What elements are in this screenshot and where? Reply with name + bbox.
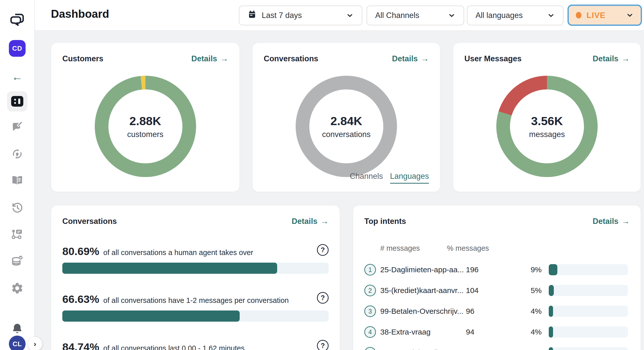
analytics-chart-icon (11, 96, 23, 107)
sidebar-item-data[interactable] (11, 254, 24, 267)
sidebar-item-flows[interactable] (11, 228, 24, 241)
sidebar-item-settings[interactable] (11, 282, 24, 295)
column-header-pct-messages: % messages (447, 244, 489, 252)
customers-details-link[interactable]: Details → (191, 54, 228, 63)
app-logo[interactable] (9, 12, 26, 28)
stat-description: of all conversations have 1-2 messages p… (103, 296, 289, 305)
stats-card-title: Conversations (62, 217, 117, 226)
top-intents-card: Top intents Details → # messages % messa… (353, 205, 641, 350)
languages-value: All languages (476, 11, 523, 20)
intent-pct: 4% (506, 348, 542, 350)
help-icon[interactable]: ? (317, 292, 329, 304)
stat-value: 66.63% (62, 293, 99, 305)
chevron-down-icon (547, 12, 555, 19)
back-arrow-icon: ← (12, 70, 23, 83)
main-content: Customers Details → 2.88K customers (35, 31, 644, 350)
intent-bar-fill (549, 326, 553, 338)
intent-row[interactable]: 4 38-Extra-vraag 94 4% (364, 322, 630, 342)
workspace-avatar-initials: CD (9, 40, 26, 57)
live-status-dot-icon (576, 12, 581, 18)
automation-loop-icon (11, 148, 24, 160)
intent-bar-track (549, 285, 628, 296)
customers-donut-chart: 2.88K customers (95, 76, 196, 177)
conversations-donut-chart: 2.84K conversations (296, 76, 397, 177)
intent-bar-track (549, 326, 628, 338)
tab-channels[interactable]: Channels (350, 172, 383, 183)
workspace-avatar[interactable]: CD (9, 40, 26, 57)
conversations-card: Conversations Details → 2.84K conversati… (252, 43, 440, 192)
stat-value: 80.69% (62, 245, 99, 258)
intent-bar-track (549, 264, 628, 275)
user-messages-unit: messages (529, 130, 565, 139)
conversations-unit: conversations (322, 130, 370, 139)
sidebar-item-notifications[interactable] (11, 322, 24, 335)
customers-unit: customers (127, 130, 163, 139)
intent-bar-track (549, 347, 628, 350)
sidebar-item-history[interactable] (11, 201, 24, 214)
header: Dashboard Last 7 days All Channels (35, 0, 644, 31)
stat-human-takeover: 80.69% of all conversations a human agen… (62, 245, 329, 274)
intent-name: 00-Generiek-Hallo (380, 348, 442, 350)
top-intents-rows: 1 25-Daglimieten-app-aa... 196 9% 2 35-(… (364, 259, 630, 350)
sidebar: CD ← (0, 0, 35, 350)
flow-nodes-icon (11, 228, 24, 241)
progress-fill (62, 310, 240, 322)
history-clock-icon (11, 201, 24, 214)
intent-bar-fill (549, 264, 557, 275)
live-label: LIVE (586, 11, 605, 20)
intent-row[interactable]: 3 99-Betalen-Overschrijv... 96 4% (364, 301, 630, 322)
top-intents-title: Top intents (364, 217, 406, 226)
sidebar-item-back[interactable]: ← (12, 70, 23, 83)
user-messages-card: User Messages Details → 3.56K messages (453, 43, 641, 192)
intent-row[interactable]: 5 00-Generiek-Hallo 93 4% (364, 342, 630, 350)
bell-icon (11, 322, 24, 335)
help-icon[interactable]: ? (317, 340, 329, 350)
channels-select[interactable]: All Channels (367, 6, 464, 25)
gear-icon (11, 282, 24, 295)
sidebar-item-automation[interactable] (11, 148, 24, 160)
intent-row[interactable]: 1 25-Daglimieten-app-aa... 196 9% (364, 259, 630, 280)
conversations-donut-tabs: Channels Languages (350, 172, 429, 184)
calendar-icon (248, 10, 257, 21)
stats-details-link[interactable]: Details → (292, 217, 329, 226)
user-messages-details-link[interactable]: Details → (593, 54, 630, 63)
user-avatar-initials: CL (9, 336, 26, 350)
rank-badge: 4 (364, 326, 376, 338)
arrow-right-icon: → (621, 54, 630, 63)
user-avatar[interactable]: CL (9, 336, 26, 350)
chat-bubbles-logo-icon (9, 12, 26, 28)
date-range-select[interactable]: Last 7 days (239, 6, 362, 25)
intent-message-count: 196 (466, 265, 479, 274)
intent-name: 99-Betalen-Overschrijv... (380, 307, 463, 316)
customers-card-title: Customers (62, 54, 103, 63)
help-icon[interactable]: ? (317, 244, 329, 256)
intent-pct: 4% (506, 307, 542, 316)
intent-bar-fill (549, 347, 553, 350)
intent-message-count: 93 (466, 348, 474, 350)
intent-message-count: 96 (466, 307, 474, 316)
column-header-messages: # messages (380, 244, 420, 252)
chevron-right-icon: › (34, 340, 36, 348)
arrow-right-icon: → (320, 217, 329, 226)
stat-description: of all conversations a human agent takes… (103, 248, 253, 257)
tab-languages[interactable]: Languages (390, 172, 429, 184)
sidebar-item-knowledge[interactable] (11, 174, 24, 187)
intent-row[interactable]: 2 35-(krediet)kaart-aanvr... 104 5% (364, 280, 630, 301)
conversation-stats-card: Conversations Details → 80.69% of all co… (51, 205, 340, 350)
top-intents-details-link[interactable]: Details → (593, 217, 630, 226)
chevron-down-icon (626, 11, 634, 19)
environment-select-live[interactable]: LIVE (567, 5, 642, 26)
sidebar-item-conversations[interactable] (11, 121, 24, 134)
sidebar-expand-button[interactable]: › (28, 337, 42, 350)
chevron-down-icon (346, 12, 354, 19)
intent-message-count: 104 (466, 286, 479, 295)
sidebar-item-analytics-active[interactable] (7, 91, 27, 111)
stat-value: 84.74% (62, 341, 99, 350)
user-messages-donut-chart: 3.56K messages (496, 76, 598, 177)
conversations-details-link[interactable]: Details → (392, 54, 429, 63)
languages-select[interactable]: All languages (467, 6, 563, 25)
channels-value: All Channels (375, 11, 419, 20)
rank-badge: 1 (364, 264, 376, 276)
chevron-down-icon (448, 12, 456, 19)
intent-name: 35-(krediet)kaart-aanvr... (380, 286, 463, 295)
